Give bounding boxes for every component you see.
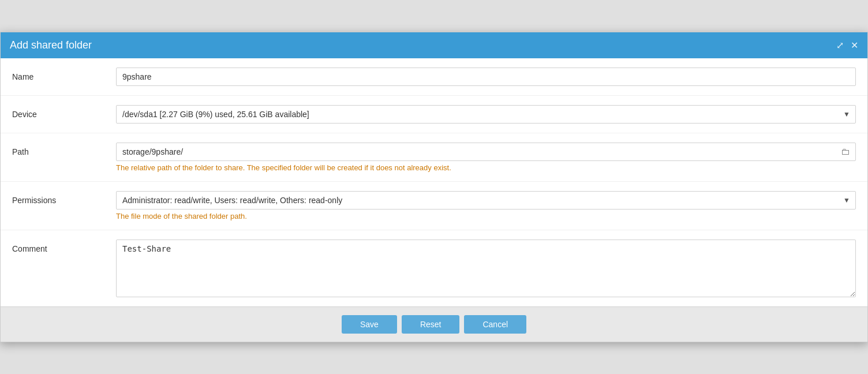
dialog-header: Add shared folder ⤢ ✕ [1,32,867,58]
name-label: Name [12,68,116,81]
comment-textarea[interactable] [116,240,856,297]
expand-icon[interactable]: ⤢ [836,40,844,51]
permissions-label: Permissions [12,191,116,205]
name-row: Name [1,58,867,96]
add-shared-folder-dialog: Add shared folder ⤢ ✕ Name Device /dev/s… [0,32,868,342]
dialog-footer: Save Reset Cancel [1,306,867,342]
permissions-select[interactable]: Administrator: read/write, Users: read/w… [116,191,856,210]
device-select[interactable]: /dev/sda1 [2.27 GiB (9%) used, 25.61 GiB… [116,105,856,124]
save-button[interactable]: Save [342,315,397,334]
device-select-wrap: /dev/sda1 [2.27 GiB (9%) used, 25.61 GiB… [116,105,856,124]
path-input-wrap: 🗀 [116,143,856,161]
path-label: Path [12,143,116,156]
reset-button[interactable]: Reset [402,315,460,334]
folder-browse-icon[interactable]: 🗀 [841,147,850,157]
dialog-title: Add shared folder [10,39,92,51]
device-control-wrap: /dev/sda1 [2.27 GiB (9%) used, 25.61 GiB… [116,105,856,124]
permissions-control-wrap: Administrator: read/write, Users: read/w… [116,191,856,220]
device-row: Device /dev/sda1 [2.27 GiB (9%) used, 25… [1,96,867,133]
permissions-select-wrap: Administrator: read/write, Users: read/w… [116,191,856,210]
permissions-row: Permissions Administrator: read/write, U… [1,182,867,230]
permissions-hint: The file mode of the shared folder path. [116,212,856,220]
device-label: Device [12,105,116,119]
name-input[interactable] [116,68,856,86]
close-icon[interactable]: ✕ [851,40,858,51]
comment-label: Comment [12,240,116,253]
path-input[interactable] [116,143,856,161]
path-row: Path 🗀 The relative path of the folder t… [1,133,867,182]
dialog-body: Name Device /dev/sda1 [2.27 GiB (9%) use… [1,58,867,306]
name-control-wrap [116,68,856,86]
path-control-wrap: 🗀 The relative path of the folder to sha… [116,143,856,172]
cancel-button[interactable]: Cancel [464,315,526,334]
comment-control-wrap [116,240,856,297]
path-hint: The relative path of the folder to share… [116,163,856,172]
header-controls: ⤢ ✕ [836,40,858,51]
comment-row: Comment [1,230,867,306]
